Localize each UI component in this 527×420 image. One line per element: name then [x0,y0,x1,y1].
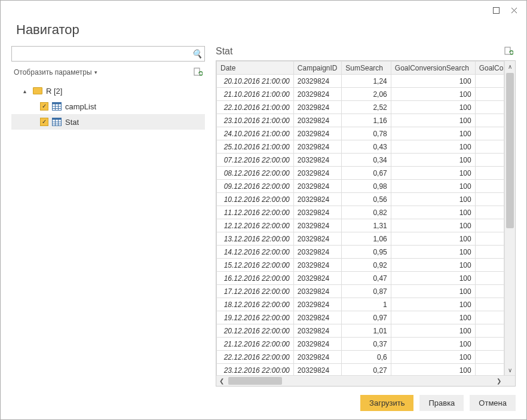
tree-item-camplist[interactable]: ✓ campList [11,99,205,114]
scroll-left-icon[interactable]: ❮ [216,376,227,386]
table-row[interactable]: 23.10.2016 21:00:00203298241,16100 [217,114,504,127]
table-icon [52,118,62,126]
table-row[interactable]: 10.12.2016 22:00:00203298240,56100 [217,193,504,206]
cell-goalco [475,272,504,285]
preview-header: Stat [216,46,516,57]
scroll-up-icon[interactable]: ∧ [505,61,515,72]
refresh-icon[interactable] [193,68,203,77]
cell-sumsearch: 0,43 [342,140,391,154]
cancel-button[interactable]: Отмена [470,395,516,411]
cell-goalconversion: 100 [391,285,475,298]
folder-icon [33,87,42,94]
col-header-campaignid[interactable]: CampaignID [293,62,342,75]
cell-goalco [475,285,504,298]
scroll-right-icon[interactable]: ❯ [494,376,504,386]
table-row[interactable]: 22.12.2016 22:00:00203298240,6100 [217,351,504,364]
col-header-goalco[interactable]: GoalCo [475,62,504,75]
cell-date: 20.10.2016 21:00:00 [217,75,294,88]
table-row[interactable]: 13.12.2016 22:00:00203298241,06100 [217,232,504,246]
table-row[interactable]: 25.10.2016 21:00:00203298240,43100 [217,140,504,154]
cell-goalconversion: 100 [391,324,475,338]
table-row[interactable]: 12.12.2016 22:00:00203298241,31100 [217,219,504,232]
table-row[interactable]: 22.10.2016 21:00:00203298242,52100 [217,101,504,114]
col-header-sumsearch[interactable]: SumSearch [342,62,391,75]
load-button[interactable]: Загрузить [360,395,413,411]
cell-campaignid: 20329824 [293,272,342,285]
cell-campaignid: 20329824 [293,285,342,298]
table-row[interactable]: 07.12.2016 22:00:00203298240,34100 [217,154,504,167]
search-box[interactable]: 🔍 [11,46,205,62]
cell-campaignid: 20329824 [293,180,342,193]
tree-root[interactable]: ▴ R [2] [11,83,205,99]
table-row[interactable]: 24.10.2016 21:00:00203298240,78100 [217,127,504,140]
search-input[interactable] [17,49,192,59]
tree-item-stat[interactable]: ✓ Stat [11,114,205,130]
table-row[interactable]: 08.12.2016 22:00:00203298240,67100 [217,167,504,180]
vertical-scrollbar[interactable]: ∧ ∨ [504,61,515,375]
cell-sumsearch: 2,06 [342,88,391,101]
checkbox-checked-icon[interactable]: ✓ [40,102,48,111]
cell-goalco [475,167,504,180]
svg-rect-11 [53,118,62,120]
table-row[interactable]: 09.12.2016 22:00:00203298240,98100 [217,180,504,193]
content: Навигатор 🔍 Отобразить параметры ▾ [1,20,526,419]
cell-date: 21.12.2016 22:00:00 [217,338,294,351]
table-row[interactable]: 17.12.2016 22:00:00203298240,87100 [217,285,504,298]
edit-button[interactable]: Правка [419,395,464,411]
cell-sumsearch: 0,82 [342,206,391,219]
cell-sumsearch: 0,34 [342,154,391,167]
table-row[interactable]: 21.12.2016 22:00:00203298240,37100 [217,338,504,351]
cell-goalconversion: 100 [391,88,475,101]
display-params-link[interactable]: Отобразить параметры ▾ [14,68,97,76]
cell-date: 18.12.2016 22:00:00 [217,298,294,311]
col-header-goalconversion[interactable]: GoalConversionSearch [391,62,475,75]
cell-campaignid: 20329824 [293,114,342,127]
cell-sumsearch: 0,78 [342,127,391,140]
cell-goalconversion: 100 [391,338,475,351]
svg-rect-5 [53,103,62,105]
cell-goalco [475,193,504,206]
cell-goalconversion: 100 [391,114,475,127]
cell-sumsearch: 0,87 [342,285,391,298]
horizontal-scrollbar[interactable]: ❮ ❯ [216,375,515,386]
cell-campaignid: 20329824 [293,246,342,259]
table-row[interactable]: 19.12.2016 22:00:00203298240,97100 [217,311,504,324]
main-area: 🔍 Отобразить параметры ▾ [11,46,516,387]
scroll-thumb[interactable] [506,73,514,228]
table-row[interactable]: 16.12.2016 22:00:00203298240,47100 [217,272,504,285]
preview-refresh-icon[interactable] [504,47,513,56]
table-row[interactable]: 11.12.2016 22:00:00203298240,82100 [217,206,504,219]
table-row[interactable]: 21.10.2016 21:00:00203298242,06100 [217,88,504,101]
table-row[interactable]: 18.12.2016 22:00:00203298241100 [217,298,504,311]
cell-goalco [475,180,504,193]
restore-icon [493,7,500,14]
cell-goalconversion: 100 [391,351,475,364]
collapse-icon[interactable]: ▴ [23,88,29,94]
cell-campaignid: 20329824 [293,88,342,101]
col-header-date[interactable]: Date [217,62,294,75]
cell-sumsearch: 0,27 [342,364,391,376]
search-icon[interactable]: 🔍 [192,49,202,59]
scroll-thumb[interactable] [228,377,282,385]
titlebar [1,1,526,20]
cell-date: 21.10.2016 21:00:00 [217,88,294,101]
restore-button[interactable] [487,3,505,17]
table-row[interactable]: 20.12.2016 22:00:00203298241,01100 [217,324,504,338]
table-row[interactable]: 14.12.2016 22:00:00203298240,95100 [217,246,504,259]
cell-goalconversion: 100 [391,311,475,324]
cell-date: 19.12.2016 22:00:00 [217,311,294,324]
dialog-footer: Загрузить Правка Отмена [11,387,516,411]
cell-date: 17.12.2016 22:00:00 [217,285,294,298]
cell-campaignid: 20329824 [293,298,342,311]
cell-sumsearch: 2,52 [342,101,391,114]
cell-date: 25.10.2016 21:00:00 [217,140,294,154]
close-button[interactable] [505,3,523,17]
table-row[interactable]: 20.10.2016 21:00:00203298241,24100 [217,75,504,88]
table-row[interactable]: 23.12.2016 22:00:00203298240,27100 [217,364,504,376]
checkbox-checked-icon[interactable]: ✓ [40,118,48,126]
table-row[interactable]: 15.12.2016 22:00:00203298240,92100 [217,259,504,272]
scroll-down-icon[interactable]: ∨ [505,364,515,375]
cell-sumsearch: 1,24 [342,75,391,88]
cell-goalco [475,232,504,246]
cell-campaignid: 20329824 [293,219,342,232]
